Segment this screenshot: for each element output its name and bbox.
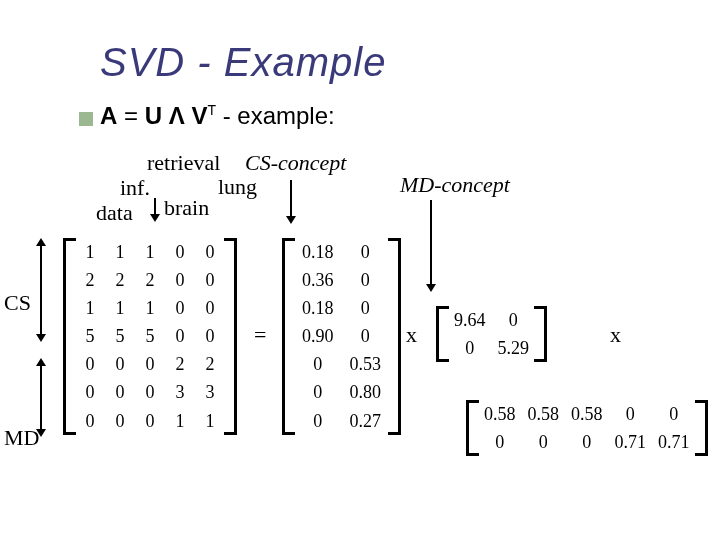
matrix-cell: 0 xyxy=(165,266,195,294)
bracket-left-icon xyxy=(63,238,76,435)
times-sign-2: x xyxy=(610,322,621,348)
matrix-cell: 1 xyxy=(105,294,135,322)
matrix-a-table: 11100222001110055500000220003300011 xyxy=(75,238,225,435)
matrix-cell: 0 xyxy=(478,428,522,456)
matrix-cell: 0 xyxy=(652,400,696,428)
matrix-cell: 0 xyxy=(165,294,195,322)
matrix-vt: 0.580.580.58000000.710.71 xyxy=(478,400,696,456)
arrow-down-icon xyxy=(154,198,156,220)
matrix-cell: 0 xyxy=(105,350,135,378)
col-label-inf: inf. xyxy=(120,175,150,201)
matrix-cell: 2 xyxy=(165,350,195,378)
matrix-cell: 0 xyxy=(165,238,195,266)
col-label-lung: lung xyxy=(218,174,257,200)
bracket-right-icon xyxy=(224,238,237,435)
matrix-u: 0.1800.3600.1800.90000.5300.8000.27 xyxy=(294,238,389,435)
bracket-left-icon xyxy=(282,238,295,435)
matrix-cell: 1 xyxy=(135,294,165,322)
matrix-cell: 0 xyxy=(195,294,225,322)
matrix-cell: 0 xyxy=(294,350,342,378)
slide-title: SVD - Example xyxy=(100,40,386,85)
matrix-cell: 0.58 xyxy=(565,400,609,428)
matrix-cell: 0 xyxy=(105,407,135,435)
matrix-cell: 3 xyxy=(165,378,195,406)
bracket-left-icon xyxy=(466,400,479,456)
svd-equation: A = U Λ VT - example: xyxy=(100,102,335,130)
matrix-cell: 0 xyxy=(105,378,135,406)
matrix-cell: 9.64 xyxy=(448,306,492,334)
matrix-cell: 1 xyxy=(165,407,195,435)
matrix-cell: 0 xyxy=(448,334,492,362)
matrix-cell: 1 xyxy=(195,407,225,435)
matrix-cell: 0 xyxy=(342,238,390,266)
arrow-down-icon xyxy=(290,180,292,222)
matrix-cell: 2 xyxy=(195,350,225,378)
matrix-cell: 0 xyxy=(75,350,105,378)
matrix-cell: 0 xyxy=(294,378,342,406)
matrix-cell: 0 xyxy=(609,400,653,428)
bullet-icon xyxy=(79,112,93,126)
matrix-cell: 0.36 xyxy=(294,266,342,294)
matrix-cell: 0 xyxy=(195,238,225,266)
span-arrow-icon xyxy=(40,240,42,340)
matrix-cell: 2 xyxy=(75,266,105,294)
matrix-cell: 0 xyxy=(75,407,105,435)
matrix-cell: 2 xyxy=(105,266,135,294)
matrix-cell: 0.18 xyxy=(294,294,342,322)
matrix-cell: 0 xyxy=(135,350,165,378)
matrix-cell: 5 xyxy=(105,322,135,350)
matrix-cell: 0.18 xyxy=(294,238,342,266)
matrix-cell: 0 xyxy=(195,322,225,350)
matrix-cell: 0.58 xyxy=(478,400,522,428)
matrix-cell: 1 xyxy=(105,238,135,266)
matrix-cell: 0.27 xyxy=(342,407,390,435)
side-label-md: MD xyxy=(4,425,39,451)
matrix-cell: 0 xyxy=(342,322,390,350)
arrow-down-icon xyxy=(430,200,432,290)
matrix-sigma: 9.64005.29 xyxy=(448,306,535,362)
matrix-cell: 0 xyxy=(135,407,165,435)
matrix-u-table: 0.1800.3600.1800.90000.5300.8000.27 xyxy=(294,238,389,435)
matrix-cell: 0.80 xyxy=(342,378,390,406)
matrix-cell: 5 xyxy=(75,322,105,350)
matrix-cell: 0 xyxy=(342,266,390,294)
label-cs-concept: CS-concept xyxy=(245,150,346,176)
matrix-cell: 0.53 xyxy=(342,350,390,378)
matrix-cell: 0 xyxy=(75,378,105,406)
matrix-cell: 2 xyxy=(135,266,165,294)
matrix-cell: 0 xyxy=(165,322,195,350)
col-label-data: data xyxy=(96,200,133,226)
col-label-brain: brain xyxy=(164,195,209,221)
matrix-cell: 0 xyxy=(342,294,390,322)
matrix-cell: 3 xyxy=(195,378,225,406)
bracket-right-icon xyxy=(695,400,708,456)
matrix-cell: 0 xyxy=(195,266,225,294)
matrix-cell: 5.29 xyxy=(492,334,536,362)
matrix-cell: 0.90 xyxy=(294,322,342,350)
matrix-cell: 0 xyxy=(522,428,566,456)
label-md-concept: MD-concept xyxy=(400,172,510,198)
bracket-right-icon xyxy=(388,238,401,435)
matrix-cell: 0.71 xyxy=(652,428,696,456)
matrix-a: 11100222001110055500000220003300011 xyxy=(75,238,225,435)
matrix-cell: 0 xyxy=(565,428,609,456)
slide: SVD - Example A = U Λ VT - example: retr… xyxy=(0,0,720,540)
times-sign-1: x xyxy=(406,322,417,348)
side-label-cs: CS xyxy=(4,290,31,316)
bracket-right-icon xyxy=(534,306,547,362)
matrix-cell: 5 xyxy=(135,322,165,350)
equals-sign: = xyxy=(254,322,266,348)
matrix-cell: 0 xyxy=(492,306,536,334)
matrix-cell: 1 xyxy=(135,238,165,266)
matrix-cell: 0.71 xyxy=(609,428,653,456)
matrix-sigma-table: 9.64005.29 xyxy=(448,306,535,362)
matrix-vt-table: 0.580.580.58000000.710.71 xyxy=(478,400,696,456)
matrix-cell: 1 xyxy=(75,294,105,322)
col-label-retrieval: retrieval xyxy=(147,150,220,176)
matrix-cell: 0 xyxy=(135,378,165,406)
bracket-left-icon xyxy=(436,306,449,362)
matrix-cell: 1 xyxy=(75,238,105,266)
matrix-cell: 0.58 xyxy=(522,400,566,428)
span-arrow-icon xyxy=(40,360,42,435)
matrix-cell: 0 xyxy=(294,407,342,435)
